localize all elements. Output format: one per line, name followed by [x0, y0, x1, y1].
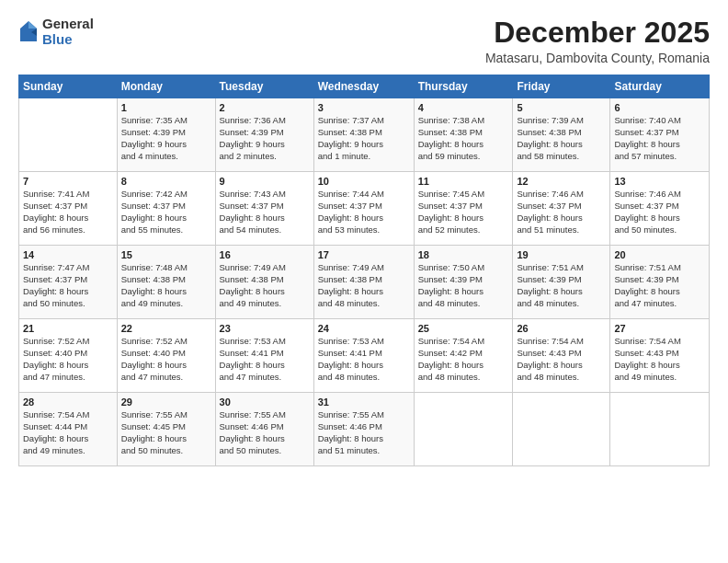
day-number: 22 [121, 323, 211, 334]
day-info: Sunrise: 7:41 AMSunset: 4:37 PMDaylight:… [23, 189, 113, 236]
day-info: Sunrise: 7:47 AMSunset: 4:37 PMDaylight:… [23, 262, 113, 309]
col-thursday: Thursday [414, 75, 513, 98]
table-row: 11Sunrise: 7:45 AMSunset: 4:37 PMDayligh… [414, 172, 513, 246]
title-block: December 2025 Matasaru, Dambovita County… [485, 17, 710, 65]
day-info: Sunrise: 7:43 AMSunset: 4:37 PMDaylight:… [220, 189, 310, 236]
table-row: 8Sunrise: 7:42 AMSunset: 4:37 PMDaylight… [117, 172, 215, 246]
day-info: Sunrise: 7:46 AMSunset: 4:37 PMDaylight:… [517, 189, 606, 236]
table-row: 25Sunrise: 7:54 AMSunset: 4:42 PMDayligh… [414, 319, 513, 393]
day-number: 27 [614, 323, 705, 334]
logo: General Blue [18, 17, 94, 47]
table-row: 24Sunrise: 7:53 AMSunset: 4:41 PMDayligh… [313, 319, 414, 393]
day-info: Sunrise: 7:53 AMSunset: 4:41 PMDaylight:… [318, 336, 410, 383]
table-row: 29Sunrise: 7:55 AMSunset: 4:45 PMDayligh… [117, 393, 215, 466]
day-info: Sunrise: 7:46 AMSunset: 4:37 PMDaylight:… [614, 189, 705, 236]
day-number: 24 [318, 323, 410, 334]
calendar-week-row: 28Sunrise: 7:54 AMSunset: 4:44 PMDayligh… [19, 393, 710, 466]
svg-marker-1 [28, 21, 37, 29]
table-row: 21Sunrise: 7:52 AMSunset: 4:40 PMDayligh… [19, 319, 118, 393]
day-number: 8 [121, 176, 211, 187]
day-info: Sunrise: 7:55 AMSunset: 4:46 PMDaylight:… [220, 409, 310, 456]
day-number: 31 [318, 396, 410, 408]
calendar-table: Sunday Monday Tuesday Wednesday Thursday… [18, 75, 710, 466]
table-row: 31Sunrise: 7:55 AMSunset: 4:46 PMDayligh… [313, 393, 414, 466]
day-number: 16 [220, 249, 310, 260]
logo-general-label: General [42, 17, 94, 32]
table-row [610, 393, 710, 466]
day-number: 14 [23, 249, 113, 260]
table-row: 7Sunrise: 7:41 AMSunset: 4:37 PMDaylight… [19, 172, 118, 246]
table-row: 20Sunrise: 7:51 AMSunset: 4:39 PMDayligh… [610, 246, 710, 319]
day-number: 13 [614, 176, 705, 187]
table-row: 1Sunrise: 7:35 AMSunset: 4:39 PMDaylight… [117, 98, 215, 172]
col-wednesday: Wednesday [313, 75, 414, 98]
day-info: Sunrise: 7:52 AMSunset: 4:40 PMDaylight:… [121, 336, 211, 383]
day-number: 25 [418, 323, 509, 334]
day-number: 28 [23, 396, 113, 408]
table-row: 16Sunrise: 7:49 AMSunset: 4:38 PMDayligh… [215, 246, 313, 319]
day-number: 17 [318, 249, 410, 260]
table-row: 28Sunrise: 7:54 AMSunset: 4:44 PMDayligh… [19, 393, 118, 466]
table-row: 30Sunrise: 7:55 AMSunset: 4:46 PMDayligh… [215, 393, 313, 466]
calendar-week-row: 7Sunrise: 7:41 AMSunset: 4:37 PMDaylight… [19, 172, 710, 246]
day-number: 4 [418, 102, 509, 113]
day-info: Sunrise: 7:39 AMSunset: 4:38 PMDaylight:… [517, 115, 606, 162]
table-row: 18Sunrise: 7:50 AMSunset: 4:39 PMDayligh… [414, 246, 513, 319]
day-number: 21 [23, 323, 113, 334]
table-row: 13Sunrise: 7:46 AMSunset: 4:37 PMDayligh… [610, 172, 710, 246]
calendar-week-row: 21Sunrise: 7:52 AMSunset: 4:40 PMDayligh… [19, 319, 710, 393]
day-number: 19 [517, 249, 606, 260]
day-number: 15 [121, 249, 211, 260]
month-title: December 2025 [485, 17, 710, 49]
page: General Blue December 2025 Matasaru, Dam… [0, 0, 728, 563]
col-monday: Monday [117, 75, 215, 98]
logo-text: General Blue [42, 17, 94, 47]
table-row: 12Sunrise: 7:46 AMSunset: 4:37 PMDayligh… [513, 172, 610, 246]
logo-icon [18, 19, 39, 45]
day-number: 26 [517, 323, 606, 334]
day-info: Sunrise: 7:42 AMSunset: 4:37 PMDaylight:… [121, 189, 211, 236]
day-number: 23 [220, 323, 310, 334]
day-number: 5 [517, 102, 606, 113]
day-info: Sunrise: 7:55 AMSunset: 4:46 PMDaylight:… [318, 409, 410, 456]
calendar-week-row: 14Sunrise: 7:47 AMSunset: 4:37 PMDayligh… [19, 246, 710, 319]
day-number: 10 [318, 176, 410, 187]
day-number: 7 [23, 176, 113, 187]
day-number: 2 [220, 102, 310, 113]
calendar-week-row: 1Sunrise: 7:35 AMSunset: 4:39 PMDaylight… [19, 98, 710, 172]
day-number: 6 [614, 102, 705, 113]
day-number: 9 [220, 176, 310, 187]
day-info: Sunrise: 7:54 AMSunset: 4:43 PMDaylight:… [614, 336, 705, 383]
table-row: 22Sunrise: 7:52 AMSunset: 4:40 PMDayligh… [117, 319, 215, 393]
day-number: 1 [121, 102, 211, 113]
day-info: Sunrise: 7:44 AMSunset: 4:37 PMDaylight:… [318, 189, 410, 236]
header: General Blue December 2025 Matasaru, Dam… [18, 17, 710, 65]
day-info: Sunrise: 7:51 AMSunset: 4:39 PMDaylight:… [517, 262, 606, 309]
calendar-header-row: Sunday Monday Tuesday Wednesday Thursday… [19, 75, 710, 98]
day-number: 18 [418, 249, 509, 260]
table-row: 23Sunrise: 7:53 AMSunset: 4:41 PMDayligh… [215, 319, 313, 393]
day-number: 3 [318, 102, 410, 113]
table-row: 17Sunrise: 7:49 AMSunset: 4:38 PMDayligh… [313, 246, 414, 319]
day-number: 11 [418, 176, 509, 187]
table-row: 19Sunrise: 7:51 AMSunset: 4:39 PMDayligh… [513, 246, 610, 319]
day-info: Sunrise: 7:53 AMSunset: 4:41 PMDaylight:… [220, 336, 310, 383]
table-row [19, 98, 118, 172]
day-info: Sunrise: 7:48 AMSunset: 4:38 PMDaylight:… [121, 262, 211, 309]
table-row: 27Sunrise: 7:54 AMSunset: 4:43 PMDayligh… [610, 319, 710, 393]
day-number: 30 [220, 396, 310, 408]
col-sunday: Sunday [19, 75, 118, 98]
logo-blue-label: Blue [42, 32, 94, 48]
table-row: 6Sunrise: 7:40 AMSunset: 4:37 PMDaylight… [610, 98, 710, 172]
table-row: 15Sunrise: 7:48 AMSunset: 4:38 PMDayligh… [117, 246, 215, 319]
day-number: 29 [121, 396, 211, 408]
table-row: 3Sunrise: 7:37 AMSunset: 4:38 PMDaylight… [313, 98, 414, 172]
day-info: Sunrise: 7:37 AMSunset: 4:38 PMDaylight:… [318, 115, 410, 162]
table-row: 2Sunrise: 7:36 AMSunset: 4:39 PMDaylight… [215, 98, 313, 172]
table-row: 9Sunrise: 7:43 AMSunset: 4:37 PMDaylight… [215, 172, 313, 246]
day-info: Sunrise: 7:50 AMSunset: 4:39 PMDaylight:… [418, 262, 509, 309]
day-info: Sunrise: 7:45 AMSunset: 4:37 PMDaylight:… [418, 189, 509, 236]
day-info: Sunrise: 7:36 AMSunset: 4:39 PMDaylight:… [220, 115, 310, 162]
table-row [414, 393, 513, 466]
table-row [513, 393, 610, 466]
